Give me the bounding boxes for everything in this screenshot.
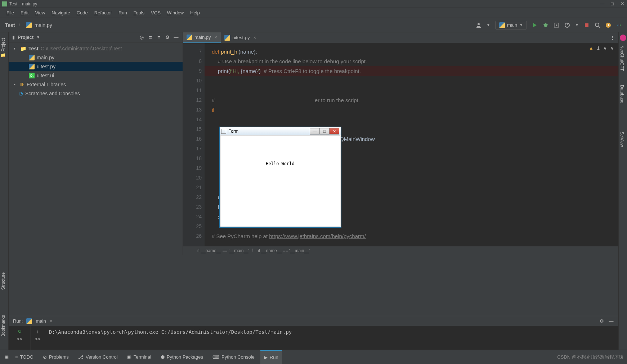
sb-terminal[interactable]: ▣ Terminal (124, 354, 155, 360)
sidebar-bookmarks[interactable]: Bookmarks (0, 313, 6, 339)
crumb-item[interactable]: if __name__ == '__main__' (197, 248, 249, 253)
menu-file[interactable]: File (4, 9, 17, 16)
user-dropdown-arrow[interactable]: ▼ (487, 23, 490, 27)
sb-python-packages[interactable]: ⬢ Python Packages (157, 354, 207, 360)
python-file-icon (29, 64, 35, 69)
sidebar-database[interactable]: Database (619, 83, 625, 105)
sidebar-structure[interactable]: Structure (0, 270, 6, 292)
next-highlight-icon[interactable]: ∨ (610, 45, 614, 51)
hide-icon[interactable]: — (608, 318, 614, 324)
qt-form-window[interactable]: Form — □ ✕ Hello World (219, 127, 341, 228)
debug-button[interactable] (543, 22, 548, 28)
profile-dropdown-arrow[interactable]: ▼ (575, 23, 579, 27)
warning-icon[interactable]: ▲ (589, 45, 594, 51)
line-number-gutter: 7 8 9 10 11 12 ▶13 14 15 16 17 ▶18 19 20… (183, 43, 205, 246)
menubar: File Edit View Navigate Code Refactor Ru… (0, 8, 627, 18)
project-dropdown-icon[interactable]: ▼ (36, 35, 40, 39)
dialog-minimize-button[interactable]: — (310, 128, 320, 135)
run-output[interactable]: D:\Anaconda3\envs\pytorch\python.exe C:/… (45, 326, 618, 350)
tab-uitest-py[interactable]: uitest.py× (221, 32, 260, 43)
sidebar-nexchatgpt[interactable]: NexChatGPT (619, 43, 625, 73)
menu-help[interactable]: Help (187, 9, 203, 16)
user-icon[interactable] (476, 22, 482, 28)
toolwindows-icon[interactable]: ▣ (4, 354, 9, 360)
profile-button[interactable] (564, 22, 570, 28)
sidebar-project[interactable]: 📁 Project (0, 36, 6, 60)
run-config-name: main (507, 22, 517, 28)
tree-root[interactable]: ▾📁 Test C:\Users\Administrator\Desktop\T… (9, 44, 183, 53)
scroll-up-icon[interactable]: ↑ (35, 328, 41, 334)
app-icon (2, 1, 7, 6)
maximize-button[interactable]: □ (610, 1, 615, 6)
warning-count: 1 (597, 45, 600, 51)
python-file-icon (26, 22, 32, 28)
search-button[interactable] (595, 22, 600, 28)
tree-scratches[interactable]: ◔ Scratches and Consoles (9, 89, 183, 98)
scratches-icon: ◔ (19, 91, 23, 96)
project-panel-title[interactable]: Project (18, 35, 33, 40)
tree-file-uitest-py[interactable]: uitest.py (9, 62, 183, 71)
menu-refactor[interactable]: Refactor (91, 9, 115, 16)
coverage-button[interactable] (554, 22, 559, 28)
expand-all-icon[interactable]: ≣ (147, 35, 153, 40)
tabs-more-icon[interactable]: ⋮ (606, 35, 618, 40)
close-tab-icon[interactable]: × (50, 318, 53, 324)
sb-version-control[interactable]: ⎇ Version Control (75, 354, 121, 360)
run-config-selector[interactable]: main ▼ (495, 21, 527, 29)
more-actions-icon[interactable]: >> (35, 336, 40, 342)
project-panel: ▮ Project ▼ ◎ ≣ ≡ ⚙ — ▾📁 Test C:\Users\A… (9, 32, 183, 255)
nexchatgpt-icon[interactable] (620, 35, 626, 41)
svg-marker-7 (556, 24, 557, 26)
menu-window[interactable]: Window (164, 9, 187, 16)
python-icon (26, 318, 32, 324)
close-tab-icon[interactable]: × (254, 35, 256, 40)
locate-icon[interactable]: ◎ (139, 35, 144, 40)
menu-edit[interactable]: Edit (18, 9, 31, 16)
tree-file-uitest-ui[interactable]: Qt uitest.ui (9, 71, 183, 80)
more-actions-icon[interactable]: >> (17, 336, 22, 342)
dialog-maximize-button[interactable]: □ (319, 128, 330, 135)
python-file-icon (29, 55, 35, 60)
prev-highlight-icon[interactable]: ∧ (603, 45, 607, 51)
hide-icon[interactable]: — (173, 35, 179, 40)
minimize-button[interactable]: — (600, 1, 605, 6)
run-config-label[interactable]: main (36, 318, 46, 324)
sb-problems[interactable]: ⊘ Problems (39, 354, 72, 360)
collapse-all-icon[interactable]: ≡ (156, 35, 162, 40)
tree-file-main[interactable]: main.py (9, 53, 183, 62)
run-button[interactable] (532, 22, 538, 28)
menu-vcs[interactable]: VCS (148, 9, 164, 16)
close-button[interactable]: ✕ (620, 1, 625, 6)
menu-code[interactable]: Code (74, 9, 91, 16)
menu-run[interactable]: Run (116, 9, 130, 16)
python-icon (499, 22, 505, 28)
menu-view[interactable]: View (32, 9, 48, 16)
svg-line-11 (599, 26, 600, 28)
sb-run[interactable]: ▶ Run (260, 350, 282, 364)
dialog-titlebar[interactable]: Form — □ ✕ (220, 127, 341, 135)
codewithme-icon[interactable] (616, 22, 622, 28)
crumb-item[interactable]: if __name__ == '__main__' (258, 248, 310, 253)
sb-todo[interactable]: ≡ TODO (12, 354, 37, 360)
rerun-icon[interactable]: ↻ (17, 328, 22, 334)
menu-navigate[interactable]: Navigate (49, 9, 73, 16)
tree-external-libs[interactable]: ▸ ⊪ External Libraries (9, 80, 183, 89)
sb-python-console[interactable]: ⌨ Python Console (209, 354, 258, 360)
svg-point-2 (544, 23, 547, 27)
dialog-title: Form (228, 129, 238, 134)
menu-tools[interactable]: Tools (131, 9, 147, 16)
navbar: Test 〉 main.py ▼ main ▼ ▼ (0, 18, 627, 32)
close-tab-icon[interactable]: × (215, 35, 218, 40)
run-title: Run: (13, 318, 23, 324)
nav-file[interactable]: main.py (35, 22, 52, 28)
sidebar-sciview[interactable]: SciView (619, 129, 625, 149)
settings-icon[interactable]: ⚙ (165, 35, 170, 40)
watermark: CSDN @不想秃顶还想当程序猿 (557, 354, 623, 360)
run-tool-window: Run: main × ⚙ — ↻ >> ↑ >> D:\Anaconda3\e… (9, 316, 618, 350)
stop-button[interactable] (584, 22, 590, 28)
update-icon[interactable] (605, 22, 611, 28)
dialog-close-button[interactable]: ✕ (329, 128, 339, 135)
nav-root[interactable]: Test (5, 22, 15, 28)
tab-main-py[interactable]: main.py× (183, 32, 221, 43)
gear-icon[interactable]: ⚙ (599, 318, 605, 324)
